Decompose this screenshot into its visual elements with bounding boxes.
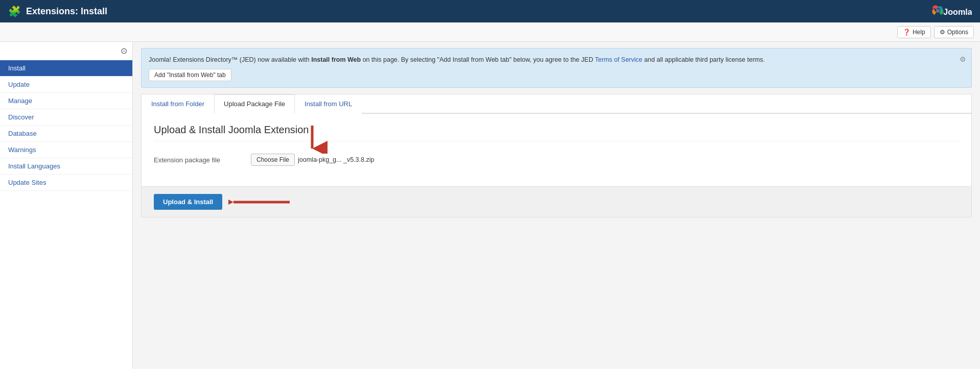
jed-notice-text-middle: on this page. By selecting "Add Install …: [363, 56, 595, 63]
jed-notice-bold-install-from-web: Install from Web: [311, 56, 361, 63]
toolbar: ❓ Help ⚙ Options: [0, 22, 980, 42]
joomla-logo: Joomla!: [926, 2, 972, 20]
top-bar-title-group: 🧩 Extensions: Install: [8, 5, 107, 17]
jed-notice: Joomla! Extensions Directory™ (JED) now …: [141, 48, 972, 88]
extension-package-file-label: Extension package file: [154, 156, 246, 164]
file-input-area: Choose File joomla-pkg_g... _v5.3.8.zip: [251, 154, 374, 166]
add-install-from-web-tab-button[interactable]: Add "Install from Web" tab: [149, 69, 231, 81]
help-icon: ❓: [903, 29, 911, 36]
tabs-bar: Install from Folder Upload Package File …: [142, 94, 971, 114]
upload-section-title: Upload & Install Joomla Extension: [154, 124, 959, 141]
upload-action-bar: Upload & Install: [142, 186, 971, 217]
options-button[interactable]: ⚙ Options: [934, 26, 974, 38]
content-panel: Install from Folder Upload Package File …: [141, 94, 972, 217]
sidebar-toggle[interactable]: ⊙: [0, 42, 132, 60]
upload-install-label: Upload & Install: [163, 198, 213, 206]
sidebar-item-install-label: Install: [8, 64, 26, 72]
tab-install-from-folder-label: Install from Folder: [151, 100, 204, 108]
sidebar-item-database[interactable]: Database: [0, 126, 132, 142]
sidebar-item-manage[interactable]: Manage: [0, 93, 132, 109]
tab-install-from-url[interactable]: Install from URL: [295, 94, 362, 114]
sidebar-item-update-sites[interactable]: Update Sites: [0, 175, 132, 191]
upload-install-button[interactable]: Upload & Install: [154, 194, 222, 210]
left-arrow-icon: ⊙: [121, 46, 127, 55]
jed-notice-text-after: and all applicable third party license t…: [644, 56, 765, 63]
choose-file-button[interactable]: Choose File: [251, 154, 295, 166]
sidebar-item-install-languages[interactable]: Install Languages: [0, 158, 132, 175]
sidebar-item-database-label: Database: [8, 130, 37, 137]
sidebar-item-install[interactable]: Install: [0, 60, 132, 77]
collapse-sidebar-button[interactable]: ⊙: [121, 46, 127, 56]
gear-icon: ⚙: [940, 29, 945, 36]
svg-point-0: [936, 9, 940, 13]
red-arrow-right-icon: [228, 194, 295, 210]
options-label: Options: [947, 29, 968, 36]
sidebar-item-warnings-label: Warnings: [8, 146, 36, 154]
top-bar-right: Joomla!: [926, 2, 972, 20]
help-label: Help: [913, 29, 925, 36]
main-content: Joomla! Extensions Directory™ (JED) now …: [133, 42, 980, 369]
extension-package-file-row: Extension package file Ch: [154, 154, 959, 166]
jed-notice-text-before: Joomla! Extensions Directory™ (JED) now …: [149, 56, 311, 63]
sidebar-item-discover-label: Discover: [8, 113, 34, 121]
tab-install-from-url-label: Install from URL: [305, 100, 352, 108]
jed-tos-link[interactable]: Terms of Service: [595, 56, 642, 63]
tab-upload-package-file[interactable]: Upload Package File: [214, 94, 295, 114]
sidebar-item-update-label: Update: [8, 81, 30, 88]
sidebar-item-install-languages-label: Install Languages: [8, 162, 60, 170]
svg-text:Joomla!: Joomla!: [943, 7, 972, 16]
sidebar-item-update[interactable]: Update: [0, 77, 132, 93]
sidebar-item-manage-label: Manage: [8, 97, 32, 105]
tab-upload-package-file-label: Upload Package File: [224, 100, 285, 108]
sidebar-item-discover[interactable]: Discover: [0, 109, 132, 126]
puzzle-icon: 🧩: [8, 5, 21, 17]
page-title: Extensions: Install: [26, 6, 107, 17]
layout: ⊙ Install Update Manage Discover Databas…: [0, 42, 980, 369]
sidebar-item-warnings[interactable]: Warnings: [0, 142, 132, 158]
add-install-from-web-tab-label: Add "Install from Web" tab: [154, 71, 226, 79]
selected-file-name: joomla-pkg_g... _v5.3.8.zip: [298, 156, 374, 163]
jed-settings-icon[interactable]: ⚙: [960, 54, 966, 65]
choose-file-label: Choose File: [256, 156, 289, 163]
sidebar: ⊙ Install Update Manage Discover Databas…: [0, 42, 133, 369]
upload-section: Upload & Install Joomla Extension Extens…: [142, 114, 971, 186]
tab-install-from-folder[interactable]: Install from Folder: [142, 94, 214, 114]
sidebar-item-update-sites-label: Update Sites: [8, 179, 46, 186]
help-button[interactable]: ❓ Help: [897, 26, 931, 38]
top-bar: 🧩 Extensions: Install Jooml: [0, 0, 980, 22]
